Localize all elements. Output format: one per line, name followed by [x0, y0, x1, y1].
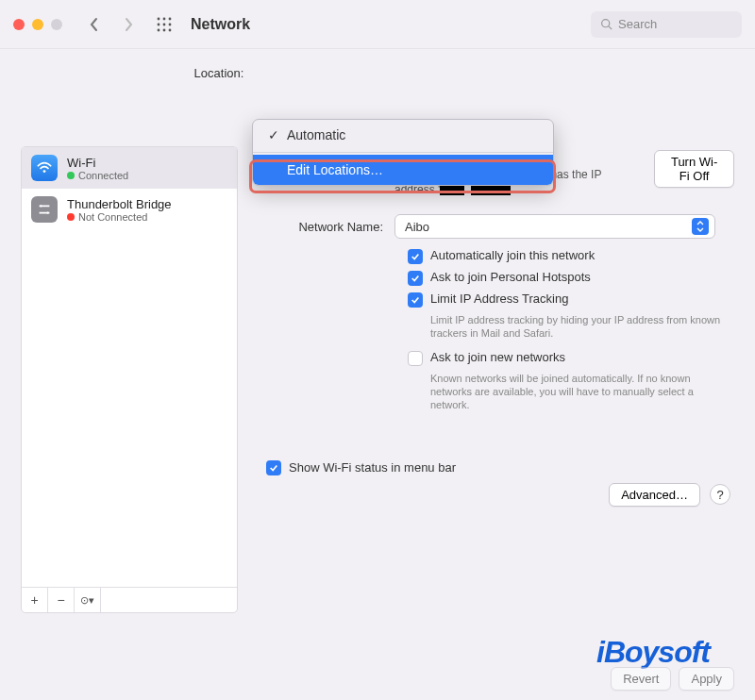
svg-point-0 [158, 17, 160, 20]
location-edit[interactable]: Edit Locations… [253, 155, 553, 185]
location-option-automatic[interactable]: ✓ Automatic [253, 120, 553, 150]
dropdown-separator [253, 152, 553, 153]
auto-join-label: Automatically join this network [430, 248, 595, 262]
forward-button[interactable] [115, 11, 142, 38]
watermark: iiBoysoftBoysoft [596, 635, 710, 670]
svg-point-6 [158, 28, 160, 31]
dropdown-edit-label: Edit Locations… [287, 162, 383, 177]
sidebar-item-title: Wi-Fi [67, 156, 128, 170]
svg-point-13 [47, 212, 49, 214]
redacted-text [440, 184, 464, 195]
ask-new-description: Known networks will be joined automatica… [430, 372, 734, 412]
check-icon: ✓ [268, 127, 279, 142]
svg-point-4 [163, 23, 166, 25]
titlebar: Network Search [0, 0, 755, 49]
add-interface-button[interactable]: + [22, 588, 48, 612]
limit-ip-label: Limit IP Address Tracking [430, 292, 568, 306]
sidebar-item-wifi[interactable]: Wi-Fi Connected [22, 147, 237, 189]
window-controls [13, 19, 62, 30]
status-dot-icon [67, 213, 75, 221]
sidebar-item-title: Thunderbolt Bridge [67, 197, 172, 211]
svg-line-10 [609, 26, 612, 29]
svg-point-5 [169, 23, 172, 25]
network-name-select[interactable]: Aibo [394, 214, 715, 239]
status-dot-icon [67, 172, 75, 179]
window-title: Network [191, 16, 250, 33]
chevron-updown-icon [692, 218, 709, 235]
minimize-icon[interactable] [32, 19, 43, 30]
sidebar-footer: + − ⊙▾ [22, 587, 237, 612]
revert-button[interactable]: Revert [611, 667, 671, 691]
network-name-value: Aibo [405, 220, 429, 234]
location-row: Location: [0, 49, 755, 90]
svg-point-9 [602, 20, 610, 27]
location-label: Location: [194, 66, 244, 80]
ask-new-checkbox[interactable] [408, 351, 423, 366]
interface-list: Wi-Fi Connected Thunderbolt Bridge Not C… [21, 146, 238, 613]
auto-join-checkbox[interactable] [408, 249, 423, 264]
back-button[interactable] [81, 11, 108, 38]
sidebar-item-status: Not Connected [78, 211, 147, 223]
sidebar-item-thunderbolt[interactable]: Thunderbolt Bridge Not Connected [22, 189, 237, 230]
bottom-buttons: Revert Apply [611, 667, 734, 691]
more-actions-button[interactable]: ⊙▾ [75, 588, 101, 612]
limit-ip-checkbox[interactable] [408, 292, 423, 308]
sidebar-item-status: Connected [78, 170, 128, 181]
limit-ip-description: Limit IP address tracking by hiding your… [430, 313, 734, 341]
svg-point-11 [43, 170, 46, 173]
redacted-text [471, 184, 511, 195]
svg-point-12 [40, 205, 42, 207]
svg-point-3 [158, 23, 160, 25]
search-placeholder: Search [618, 17, 657, 31]
dropdown-selected-label: Automatic [287, 127, 345, 142]
zoom-icon[interactable] [51, 19, 62, 30]
advanced-button[interactable]: Advanced… [609, 483, 700, 507]
svg-point-2 [169, 17, 172, 20]
search-input[interactable]: Search [591, 11, 742, 38]
hotspots-checkbox[interactable] [408, 271, 423, 286]
ask-new-label: Ask to join new networks [430, 350, 565, 364]
svg-point-1 [163, 17, 166, 20]
apps-grid-icon[interactable] [157, 17, 172, 32]
menubar-label: Show Wi-Fi status in menu bar [289, 460, 456, 475]
wifi-toggle-button[interactable]: Turn Wi-Fi Off [654, 150, 734, 188]
search-icon [600, 18, 612, 30]
thunderbolt-icon [31, 196, 58, 223]
remove-interface-button[interactable]: − [48, 588, 75, 612]
apply-button[interactable]: Apply [679, 667, 734, 691]
close-icon[interactable] [13, 19, 25, 30]
wifi-icon [31, 155, 58, 181]
svg-point-7 [163, 28, 166, 31]
network-name-label: Network Name: [253, 220, 394, 234]
menubar-checkbox[interactable] [266, 460, 281, 475]
detail-panel: Status: Connected Wi-Fi is connected to … [253, 146, 734, 613]
hotspots-label: Ask to join Personal Hotspots [430, 270, 591, 284]
svg-point-8 [169, 28, 172, 31]
location-dropdown[interactable]: ✓ Automatic Edit Locations… [252, 119, 554, 186]
help-button[interactable]: ? [710, 484, 730, 505]
